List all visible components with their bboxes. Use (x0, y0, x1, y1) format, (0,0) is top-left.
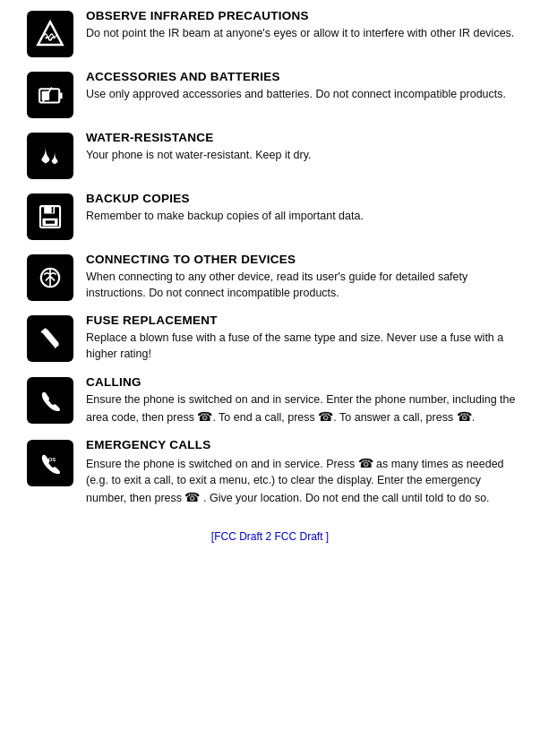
fuse-title: FUSE REPLACEMENT (86, 314, 522, 327)
calling-text: CALLING Ensure the phone is switched on … (86, 375, 522, 425)
accessories-title: ACCESSORIES AND BATTERIES (86, 70, 522, 83)
water-title: WATER-RESISTANCE (86, 131, 522, 144)
svg-rect-7 (52, 207, 54, 213)
svg-rect-9 (46, 220, 55, 223)
water-text: WATER-RESISTANCE Your phone is not water… (86, 131, 522, 163)
calling-icon (27, 377, 73, 424)
section-accessories: ACCESSORIES AND BATTERIES Use only appro… (18, 70, 522, 118)
section-infrared: OBSERVE INFRARED PRECAUTIONS Do not poin… (18, 9, 522, 57)
footer-text: [FCC Draft 2 FCC Draft ] (18, 523, 522, 543)
backup-icon (27, 193, 73, 240)
accessories-text: ACCESSORIES AND BATTERIES Use only appro… (86, 70, 522, 102)
backup-text: BACKUP COPIES Remember to make backup co… (86, 192, 522, 224)
water-icon (27, 133, 73, 179)
infrared-title: OBSERVE INFRARED PRECAUTIONS (86, 9, 522, 22)
calling-body: Ensure the phone is switched on and in s… (86, 391, 522, 425)
fuse-body: Replace a blown fuse with a fuse of the … (86, 330, 522, 362)
infrared-body: Do not point the IR beam at anyone's eye… (86, 25, 522, 41)
emergency-text: EMERGENCY CALLS Ensure the phone is swit… (86, 438, 522, 507)
section-connecting: CONNECTING TO OTHER DEVICES When connect… (18, 253, 522, 301)
svg-marker-0 (38, 21, 62, 45)
emergency-body: Ensure the phone is switched on and in s… (86, 454, 522, 507)
connecting-text: CONNECTING TO OTHER DEVICES When connect… (86, 253, 522, 301)
section-emergency: SOS EMERGENCY CALLS Ensure the phone is … (18, 438, 522, 507)
fuse-icon (27, 315, 73, 362)
accessories-body: Use only approved accessories and batter… (86, 86, 522, 102)
water-body: Your phone is not water-resistant. Keep … (86, 147, 522, 163)
fuse-text: FUSE REPLACEMENT Replace a blown fuse wi… (86, 314, 522, 362)
connecting-icon (27, 254, 73, 301)
backup-title: BACKUP COPIES (86, 192, 522, 205)
svg-rect-2 (59, 92, 62, 99)
infrared-icon (27, 11, 73, 57)
calling-title: CALLING (86, 375, 522, 389)
section-backup: BACKUP COPIES Remember to make backup co… (18, 192, 522, 240)
connecting-title: CONNECTING TO OTHER DEVICES (86, 253, 522, 266)
backup-body: Remember to make backup copies of all im… (86, 208, 522, 224)
section-water: WATER-RESISTANCE Your phone is not water… (18, 131, 522, 179)
infrared-text: OBSERVE INFRARED PRECAUTIONS Do not poin… (86, 9, 522, 41)
emergency-icon: SOS (27, 440, 73, 486)
section-calling: CALLING Ensure the phone is switched on … (18, 375, 522, 425)
accessories-icon (27, 72, 73, 118)
emergency-title: EMERGENCY CALLS (86, 438, 522, 451)
section-fuse: FUSE REPLACEMENT Replace a blown fuse wi… (18, 314, 522, 362)
svg-text:SOS: SOS (45, 457, 56, 462)
connecting-body: When connecting to any other device, rea… (86, 269, 522, 301)
